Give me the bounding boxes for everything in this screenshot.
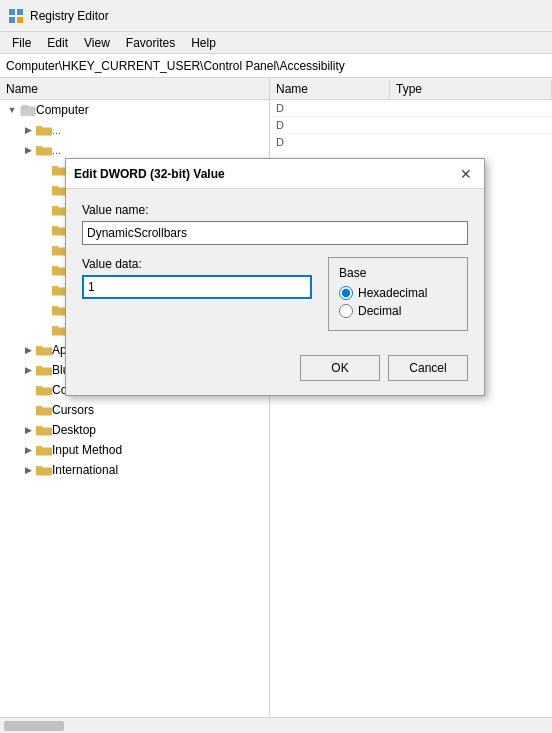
dialog-overlay: Edit DWORD (32-bit) Value ✕ Value name: …: [0, 78, 552, 717]
svg-rect-0: [9, 9, 15, 15]
svg-rect-1: [17, 9, 23, 15]
menu-bar: File Edit View Favorites Help: [0, 32, 552, 54]
dialog-close-button[interactable]: ✕: [456, 164, 476, 184]
title-bar: Registry Editor: [0, 0, 552, 32]
value-name-label: Value name:: [82, 203, 468, 217]
main-area: Name ▼ Computer ▶ ... ▶: [0, 78, 552, 717]
address-path: Computer\HKEY_CURRENT_USER\Control Panel…: [6, 59, 345, 73]
menu-favorites[interactable]: Favorites: [118, 34, 183, 52]
hexadecimal-label: Hexadecimal: [358, 286, 427, 300]
menu-edit[interactable]: Edit: [39, 34, 76, 52]
scrollbar-thumb[interactable]: [4, 721, 64, 731]
decimal-label: Decimal: [358, 304, 401, 318]
menu-view[interactable]: View: [76, 34, 118, 52]
value-data-input[interactable]: [82, 275, 312, 299]
address-bar: Computer\HKEY_CURRENT_USER\Control Panel…: [0, 54, 552, 78]
dialog-title: Edit DWORD (32-bit) Value: [74, 167, 225, 181]
edit-dword-dialog: Edit DWORD (32-bit) Value ✕ Value name: …: [65, 158, 485, 396]
base-label: Base: [339, 266, 457, 280]
dialog-title-bar: Edit DWORD (32-bit) Value ✕: [66, 159, 484, 189]
dialog-content: Value name: Value data: Base Hexadecimal: [66, 189, 484, 395]
base-section: Base Hexadecimal Decimal: [328, 257, 468, 331]
radio-decimal-input[interactable]: [339, 304, 353, 318]
menu-help[interactable]: Help: [183, 34, 224, 52]
dialog-data-row: Value data: Base Hexadecimal Decimal: [82, 257, 468, 331]
value-data-label: Value data:: [82, 257, 312, 271]
value-data-section: Value data:: [82, 257, 312, 299]
app-icon: [8, 8, 24, 24]
radio-hexadecimal[interactable]: Hexadecimal: [339, 286, 457, 300]
menu-file[interactable]: File: [4, 34, 39, 52]
cancel-button[interactable]: Cancel: [388, 355, 468, 381]
app-title: Registry Editor: [30, 9, 109, 23]
svg-rect-3: [17, 17, 23, 23]
radio-decimal[interactable]: Decimal: [339, 304, 457, 318]
horizontal-scrollbar[interactable]: [0, 717, 552, 733]
ok-button[interactable]: OK: [300, 355, 380, 381]
value-name-input[interactable]: [82, 221, 468, 245]
dialog-buttons: OK Cancel: [82, 347, 468, 381]
radio-hexadecimal-input[interactable]: [339, 286, 353, 300]
svg-rect-2: [9, 17, 15, 23]
